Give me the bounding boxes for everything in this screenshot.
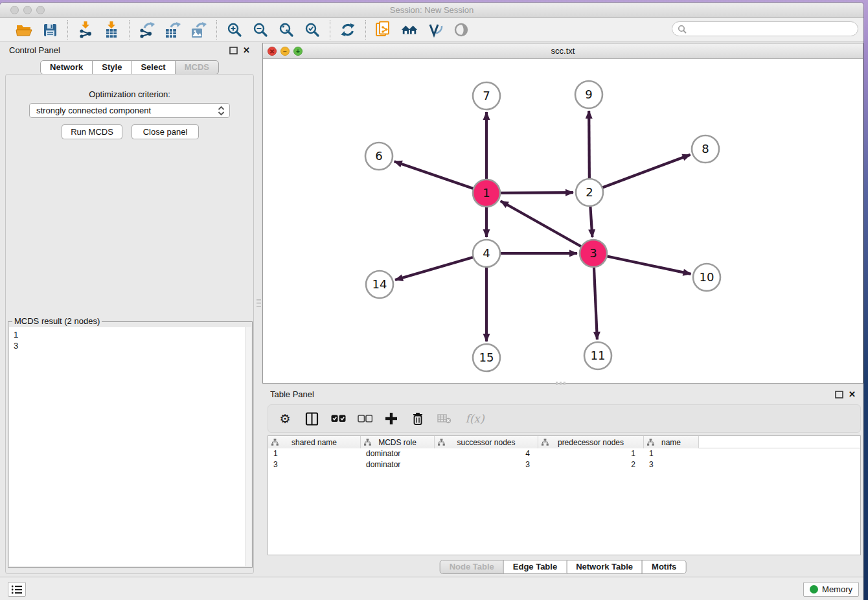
open-network-document-icon[interactable] <box>375 21 392 38</box>
node-label-11: 11 <box>591 349 606 362</box>
search-input[interactable] <box>690 23 858 35</box>
cell-1-name[interactable]: 1 <box>644 448 699 459</box>
control-panel-header: Control Panel ✕ <box>0 43 259 60</box>
cell-1-mcds-role[interactable]: dominator <box>361 448 435 459</box>
table-toolbar: ⚙ f(x) <box>268 404 861 433</box>
toolbar-search[interactable] <box>672 21 858 36</box>
cell-1-predecessor-nodes[interactable]: 1 <box>538 448 644 459</box>
cell-2-predecessor-nodes[interactable]: 2 <box>538 459 644 470</box>
list-icon <box>11 584 23 595</box>
float-table-panel-icon[interactable] <box>835 391 843 398</box>
column-header-mcds-role[interactable]: MCDS role <box>361 436 435 448</box>
optimization-criterion-value: strongly connected component <box>36 106 151 115</box>
control-panel-tabs: NetworkStyleSelectMCDS <box>40 60 219 75</box>
add-column-plus-icon[interactable] <box>383 411 399 426</box>
node-label-3: 3 <box>589 246 597 260</box>
save-session-icon[interactable] <box>41 21 58 38</box>
import-table-icon[interactable] <box>103 21 120 38</box>
node-label-7: 7 <box>483 89 490 102</box>
column-header-predecessor-nodes[interactable]: predecessor nodes <box>538 436 644 448</box>
node-table: shared nameMCDS rolesuccessor nodesprede… <box>268 435 861 555</box>
cell-2-shared-name[interactable]: 3 <box>268 459 361 470</box>
export-image-icon[interactable] <box>190 21 207 38</box>
edge-3-10[interactable] <box>593 253 691 274</box>
home-icon[interactable] <box>401 21 418 38</box>
node-label-2: 2 <box>586 185 593 199</box>
float-panel-icon[interactable] <box>229 47 238 54</box>
toggle-columns-icon[interactable] <box>304 411 319 426</box>
table-panel-title: Table Panel <box>270 389 314 399</box>
zoom-in-icon[interactable] <box>226 21 243 38</box>
optimization-criterion-select[interactable]: strongly connected component <box>29 103 230 118</box>
network-canvas[interactable]: 1234678910111415 <box>263 59 863 383</box>
delete-table-icon-disabled <box>437 411 452 426</box>
edge-2-8[interactable] <box>589 155 691 192</box>
close-table-panel-icon[interactable]: ✕ <box>849 390 856 398</box>
cell-1-successor-nodes[interactable]: 4 <box>435 448 538 459</box>
node-label-15: 15 <box>479 351 494 364</box>
export-network-icon[interactable] <box>139 21 155 38</box>
function-builder-icon-disabled: f(x) <box>463 411 486 426</box>
table-panel-tabs: Node TableEdge TableNetwork TableMotifs <box>440 560 687 574</box>
control-panel-title: Control Panel <box>9 45 60 55</box>
cell-1-shared-name[interactable]: 1 <box>268 448 361 459</box>
column-settings-gear-icon[interactable]: ⚙ <box>277 411 293 426</box>
open-session-icon[interactable] <box>16 21 32 38</box>
memory-label: Memory <box>822 584 852 594</box>
close-panel-icon[interactable]: ✕ <box>243 46 250 54</box>
edge-1-6[interactable] <box>394 161 486 193</box>
search-icon <box>678 25 687 34</box>
table-row-1: 1dominator411 <box>268 448 860 459</box>
app-window: Session: New Session <box>0 3 863 600</box>
zoom-fit-icon[interactable] <box>278 21 295 38</box>
mcds-result-text[interactable]: 1 3 <box>9 327 251 566</box>
tab-mcds[interactable]: MCDS <box>175 60 219 75</box>
tab-network-table[interactable]: Network Table <box>566 560 643 574</box>
node-label-1: 1 <box>483 186 490 200</box>
network-frame-titlebar[interactable]: ✕ − + scc.txt <box>263 43 863 59</box>
cell-2-name[interactable]: 3 <box>644 459 699 470</box>
cell-2-mcds-role[interactable]: dominator <box>361 459 435 470</box>
tab-select[interactable]: Select <box>131 60 175 75</box>
select-all-icon[interactable] <box>330 411 346 426</box>
zoom-selected-icon[interactable] <box>304 21 321 38</box>
tab-motifs[interactable]: Motifs <box>642 560 686 574</box>
refresh-icon[interactable] <box>339 21 356 38</box>
main-titlebar[interactable]: Session: New Session <box>0 3 863 18</box>
mcds-result-legend: MCDS result (2 nodes) <box>12 316 102 326</box>
main-toolbar <box>0 18 863 41</box>
run-mcds-button[interactable]: Run MCDS <box>62 124 122 139</box>
edge-3-1[interactable] <box>501 201 593 253</box>
export-table-icon[interactable] <box>165 21 181 38</box>
tab-network[interactable]: Network <box>40 60 93 75</box>
node-label-8: 8 <box>702 142 709 156</box>
graphics-details-eye-icon[interactable] <box>453 21 470 38</box>
horizontal-splitter-handle[interactable] <box>556 382 567 385</box>
result-scrollbar[interactable] <box>245 327 251 566</box>
chevron-up-down-icon <box>216 105 227 119</box>
memory-button[interactable]: Memory <box>803 582 859 597</box>
memory-status-dot <box>810 585 818 594</box>
close-panel-button[interactable]: Close panel <box>131 124 199 139</box>
node-label-14: 14 <box>372 277 387 291</box>
visual-mapping-icon[interactable] <box>427 21 444 38</box>
zoom-out-icon[interactable] <box>252 21 269 38</box>
tab-node-table[interactable]: Node Table <box>440 560 504 574</box>
deselect-all-icon[interactable] <box>357 411 372 426</box>
column-header-name[interactable]: name <box>644 436 699 448</box>
task-history-button[interactable] <box>8 582 26 597</box>
column-header-shared-name[interactable]: shared name <box>268 436 361 448</box>
delete-column-trash-icon[interactable] <box>410 411 426 426</box>
tab-edge-table[interactable]: Edge Table <box>503 560 567 574</box>
desktop-background: Session: New Session <box>0 0 868 600</box>
vertical-splitter-handle[interactable] <box>257 295 261 311</box>
column-header-successor-nodes[interactable]: successor nodes <box>435 436 538 448</box>
tab-style[interactable]: Style <box>92 60 131 75</box>
node-label-10: 10 <box>700 270 714 284</box>
window-title: Session: New Session <box>0 5 863 15</box>
network-title: scc.txt <box>263 46 863 56</box>
cell-2-successor-nodes[interactable]: 3 <box>435 459 538 470</box>
table-header-row: shared nameMCDS rolesuccessor nodesprede… <box>268 436 860 448</box>
mcds-result-fieldset: MCDS result (2 nodes) 1 3 <box>8 321 253 568</box>
import-network-icon[interactable] <box>77 21 94 38</box>
